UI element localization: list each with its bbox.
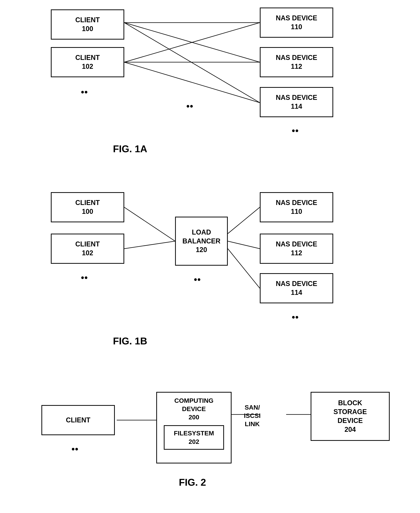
fig1a-dots-left: •• <box>81 88 88 97</box>
fig1b-client100: CLIENT 100 <box>51 192 124 222</box>
fig1a-nas112: NAS DEVICE 112 <box>260 47 333 77</box>
svg-line-10 <box>228 249 260 288</box>
svg-line-8 <box>228 207 260 234</box>
fig1a-client102: CLIENT 102 <box>51 47 124 77</box>
fig2-filesystem: FILESYSTEM 202 <box>164 425 224 450</box>
fig1a-nas114: NAS DEVICE 114 <box>260 87 333 117</box>
fig2-client: CLIENT <box>41 405 115 435</box>
svg-line-9 <box>228 241 260 249</box>
fig2-block-storage: BLOCK STORAGE DEVICE 204 <box>311 392 390 441</box>
fig1a-dots-middle: •• <box>186 102 194 111</box>
fig1a-dots-right: •• <box>292 126 299 135</box>
svg-line-7 <box>124 241 175 249</box>
fig1a-label: FIG. 1A <box>113 143 147 154</box>
fig1a-client100: CLIENT 100 <box>51 9 124 39</box>
svg-line-1 <box>124 23 260 62</box>
svg-line-3 <box>124 23 260 62</box>
svg-line-5 <box>124 62 260 103</box>
fig1b-nas114: NAS DEVICE 114 <box>260 273 333 303</box>
fig1b-dots-middle: •• <box>194 275 201 284</box>
fig1b-dots-left: •• <box>81 273 88 282</box>
fig1b-label: FIG. 1B <box>113 335 147 347</box>
fig2-label: FIG. 2 <box>179 477 206 488</box>
fig2-dots-left: •• <box>72 445 79 454</box>
fig1a-nas110: NAS DEVICE 110 <box>260 8 333 38</box>
fig1b-dots-right: •• <box>292 313 299 322</box>
fig2-san-link: SAN/ ISCSI LINK <box>233 403 271 428</box>
fig2-computing-device: COMPUTING DEVICE 200 FILESYSTEM 202 <box>156 392 232 463</box>
fig1b-nas112: NAS DEVICE 112 <box>260 234 333 264</box>
fig1b-client102: CLIENT 102 <box>51 234 124 264</box>
svg-line-6 <box>124 207 175 241</box>
svg-line-2 <box>124 23 260 103</box>
fig1b-loadbalancer: LOAD BALANCER 120 <box>175 217 228 266</box>
fig1b-nas110: NAS DEVICE 110 <box>260 192 333 222</box>
